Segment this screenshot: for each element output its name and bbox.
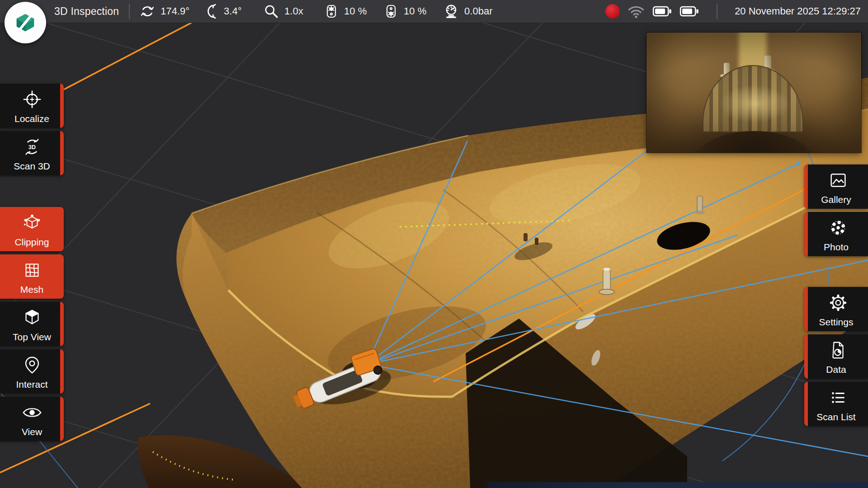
page-title: 3D Inspection (54, 5, 119, 18)
readout-light-top: 10 % (324, 4, 368, 19)
sidebar-button-mesh[interactable]: Mesh (0, 254, 64, 299)
localize-icon (22, 89, 42, 110)
sidebar-button-label: Mesh (20, 285, 43, 294)
mesh-grid-icon (22, 260, 42, 281)
aperture-icon (828, 217, 849, 238)
sidebar-button-localize[interactable]: Localize (0, 84, 64, 128)
battery-icon (679, 5, 699, 18)
status-cluster: 20 November 2025 12:29:27 (605, 4, 868, 19)
light-top-value: 10 % (344, 5, 368, 17)
wifi-icon (627, 4, 645, 19)
light-bottom-icon (384, 4, 398, 19)
gear-icon (828, 292, 849, 313)
app-logo (5, 2, 46, 43)
feed-vignette (646, 33, 861, 153)
sidebar-button-label: View (22, 427, 42, 436)
button-accent-stripe (60, 207, 64, 251)
sidebar-button-label: Scan 3D (14, 161, 50, 171)
sidebar-button-label: Interact (16, 380, 47, 389)
button-accent-stripe (60, 302, 64, 346)
top-view-cube-icon (22, 307, 42, 328)
data-document-icon (828, 340, 849, 361)
button-accent-stripe (804, 334, 808, 379)
readout-rotation: 174.9° (140, 4, 189, 19)
button-accent-stripe (60, 397, 64, 441)
sidebar-button-label: Localize (14, 114, 49, 123)
eye-icon (22, 402, 42, 423)
button-accent-stripe (60, 84, 64, 128)
sidebar-button-clipping[interactable]: Clipping (0, 207, 64, 251)
button-accent-stripe (60, 349, 64, 394)
zoom-value: 1.0x (284, 5, 309, 17)
button-accent-stripe (60, 131, 64, 175)
sidebar-button-data[interactable]: Data (804, 334, 868, 379)
list-icon (828, 387, 849, 408)
light-bottom-value: 10 % (404, 5, 428, 17)
sidebar-button-interact[interactable]: Interact (0, 349, 64, 394)
readout-pressure: 0.0bar (443, 4, 492, 19)
sidebar-button-gallery[interactable]: Gallery (804, 164, 868, 209)
clipping-box-icon (22, 212, 42, 233)
sidebar-button-topview[interactable]: Top View (0, 302, 64, 346)
toolbar-separator (717, 4, 717, 19)
button-accent-stripe (804, 287, 808, 331)
sidebar-button-label: Data (826, 365, 846, 374)
tilt-value: 3.4° (224, 5, 248, 17)
sidebar-button-label: Scan List (816, 412, 855, 422)
recording-indicator-icon (605, 4, 620, 19)
bottom-edge-strip (487, 482, 868, 488)
readout-tilt: 3.4° (205, 4, 248, 19)
sidebar-button-label: Settings (819, 317, 854, 327)
sidebar-button-settings[interactable]: Settings (804, 287, 868, 331)
button-accent-stripe (804, 164, 808, 209)
svg-text:3D: 3D (28, 144, 36, 150)
camera-feed[interactable] (646, 33, 861, 153)
gallery-image-icon (828, 170, 849, 191)
sidebar-button-scan3d[interactable]: 3D Scan 3D (0, 131, 64, 175)
magnifier-icon (264, 4, 279, 19)
scan-3d-icon: 3D (22, 136, 42, 157)
pressure-gauge-icon (443, 4, 459, 19)
button-accent-stripe (804, 382, 808, 426)
sidebar-button-label: Top View (13, 332, 51, 342)
datetime-display: 20 November 2025 12:29:27 (735, 5, 861, 17)
battery-icon (652, 5, 672, 18)
sidebar-button-view[interactable]: View (0, 397, 64, 441)
logo-cube-icon (11, 9, 39, 37)
button-accent-stripe (60, 254, 64, 299)
sidebar-button-label: Clipping (15, 237, 49, 247)
sidebar-button-photo[interactable]: Photo (804, 212, 868, 256)
pressure-value: 0.0bar (464, 5, 492, 17)
location-pin-icon (22, 355, 42, 375)
top-toolbar: 3D Inspection 174.9° 3.4° 1.0x 10 % (0, 0, 868, 23)
frustum-target-marker (797, 162, 800, 165)
sidebar-button-label: Gallery (821, 195, 851, 204)
readout-zoom: 1.0x (264, 4, 309, 19)
button-accent-stripe (804, 212, 808, 256)
sidebar-button-label: Photo (824, 242, 849, 252)
toolbar-separator (129, 4, 130, 19)
light-top-icon (324, 4, 339, 19)
app-root: { "topbar": { "title": "3D Inspection", … (0, 0, 868, 488)
rotate-axis-icon (205, 4, 218, 19)
rotate-sync-icon (140, 4, 155, 19)
rotation-value: 174.9° (160, 5, 189, 17)
sidebar-button-scanlist[interactable]: Scan List (804, 382, 868, 426)
readout-light-bottom: 10 % (384, 4, 428, 19)
